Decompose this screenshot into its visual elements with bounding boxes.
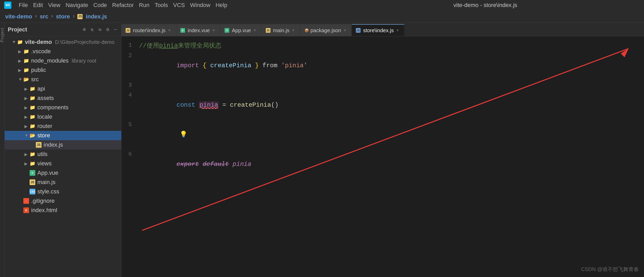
sidebar-item-utils[interactable]: ▶ 📁 utils <box>5 150 121 159</box>
vue-file-icon: V <box>30 170 35 176</box>
chevron-right-icon: ▶ <box>18 49 22 54</box>
chevron-right-icon: ▶ <box>24 124 29 129</box>
code-line-1: 1 //使用pinia来管理全局状态 <box>121 40 644 51</box>
code-line-3: 3 <box>121 80 644 90</box>
sidebar-item-main-js[interactable]: ▶ JS main.js <box>5 178 121 187</box>
tab-store-index-label: store\index.js <box>363 28 394 33</box>
menu-view[interactable]: View <box>46 1 62 10</box>
line-number: 6 <box>121 150 137 159</box>
js-file-icon: JS <box>36 142 42 148</box>
breadcrumb-file[interactable]: index.js <box>86 13 107 20</box>
tab-close-package-json[interactable]: × <box>343 28 347 33</box>
tab-router-index[interactable]: JS router\index.js × <box>121 24 176 36</box>
git-file-icon: · <box>23 198 29 204</box>
api-label: api <box>37 85 45 92</box>
sidebar-item-app-vue[interactable]: ▶ V App.vue <box>5 168 121 178</box>
code-editor[interactable]: 1 //使用pinia来管理全局状态 2 import { createPini… <box>121 36 644 277</box>
breadcrumb-project[interactable]: vite-demo <box>5 13 32 20</box>
menu-code[interactable]: Code <box>91 1 109 10</box>
tab-index-vue[interactable]: V index.vue × <box>176 24 221 36</box>
project-label: Project <box>0 28 5 42</box>
index-html-label: index.html <box>31 207 57 214</box>
vscode-label: .vscode <box>31 48 51 55</box>
tab-close-index-vue[interactable]: × <box>211 28 216 33</box>
file-js-icon: JS <box>77 14 83 19</box>
sidebar-item-api[interactable]: ▶ 📁 api <box>5 84 121 93</box>
side-panel: Project <box>0 23 5 277</box>
add-icon[interactable]: ⊕ <box>82 25 87 34</box>
tab-main-js-label: main.js <box>273 28 289 33</box>
sidebar-item-store[interactable]: ▼ 📂 store <box>5 131 121 140</box>
sidebar-item-views[interactable]: ▶ 📁 views <box>5 159 121 168</box>
tree-root[interactable]: ▼ 📁 vite-demo D:\GiteeProject\vite-demo <box>5 37 121 47</box>
folder-icon: 📁 <box>30 161 35 166</box>
sidebar-item-node-modules[interactable]: ▶ 📁 node_modules library root <box>5 56 121 65</box>
folder-icon: 📁 <box>30 86 35 92</box>
sidebar-item-components[interactable]: ▶ 📁 components <box>5 103 121 112</box>
chevron-right-icon: ▶ <box>18 68 22 73</box>
store-index-label: index.js <box>44 141 63 148</box>
tab-close-main-js[interactable]: × <box>291 28 296 33</box>
router-label: router <box>37 123 52 130</box>
menu-file[interactable]: File <box>17 1 30 10</box>
sidebar-item-store-index[interactable]: ▶ JS index.js <box>5 140 121 150</box>
hide-icon[interactable]: — <box>113 25 118 33</box>
menu-help[interactable]: Help <box>213 1 229 10</box>
chevron-right-icon: ▶ <box>24 161 29 166</box>
utils-label: utils <box>37 151 48 158</box>
menu-edit[interactable]: Edit <box>31 1 45 10</box>
tab-router-label: router\index.js <box>133 28 166 33</box>
sidebar-item-index-html[interactable]: ▶ H index.html <box>5 206 121 215</box>
menu-refactor[interactable]: Refactor <box>110 1 136 10</box>
library-root-label: library root <box>72 58 96 64</box>
sidebar-icons: ⊕ ⇅ ⇆ ⚙ — <box>82 25 118 34</box>
menu-tools[interactable]: Tools <box>153 1 170 10</box>
tab-package-json-label: package.json <box>310 28 341 33</box>
chevron-down-icon: ▼ <box>12 40 16 44</box>
sidebar-item-router[interactable]: ▶ 📁 router <box>5 121 121 131</box>
menu-window[interactable]: Window <box>188 1 212 10</box>
menu-navigate[interactable]: Navigate <box>64 1 90 10</box>
sidebar-item-src[interactable]: ▼ 📂 src <box>5 75 121 84</box>
line-number: 3 <box>121 80 137 90</box>
line-content-5: 💡 <box>137 120 644 150</box>
sidebar-item-assets[interactable]: ▶ 📁 assets <box>5 93 121 103</box>
html-file-icon: H <box>23 207 29 213</box>
expand-all-icon[interactable]: ⇆ <box>97 25 103 34</box>
sidebar-item-locale[interactable]: ▶ 📁 locale <box>5 112 121 121</box>
breadcrumb-store[interactable]: store <box>56 13 70 20</box>
folder-icon: 📂 <box>23 77 29 82</box>
settings-icon[interactable]: ⚙ <box>105 25 110 34</box>
breadcrumb-src[interactable]: src <box>40 13 48 20</box>
tab-store-index[interactable]: JS store\index.js × <box>352 24 404 36</box>
tab-close-router[interactable]: × <box>167 28 172 33</box>
components-label: components <box>37 104 69 111</box>
public-label: public <box>31 67 46 73</box>
app-vue-label: App.vue <box>37 170 58 176</box>
chevron-right-icon: ▶ <box>24 114 29 119</box>
tab-close-store-index[interactable]: × <box>395 28 400 33</box>
sidebar-item-public[interactable]: ▶ 📁 public <box>5 65 121 75</box>
tab-bar: JS router\index.js × V index.vue × V App… <box>121 23 644 36</box>
chevron-right-icon: ▶ <box>24 86 29 91</box>
tab-close-app-vue[interactable]: × <box>253 28 257 33</box>
line-content-4: const pinia = createPinia() <box>137 90 644 120</box>
css-file-icon: CSS <box>30 189 35 194</box>
menu-vcs[interactable]: VCS <box>171 1 187 10</box>
title-bar: WS File Edit View Navigate Code Refactor… <box>0 0 644 10</box>
collapse-all-icon[interactable]: ⇅ <box>90 25 95 34</box>
tab-package-json[interactable]: 📦 package.json × <box>300 24 352 36</box>
sidebar-header: Project ⊕ ⇅ ⇆ ⚙ — <box>5 23 121 36</box>
tab-main-js[interactable]: JS main.js × <box>262 24 300 36</box>
chevron-down-icon: ▼ <box>24 133 29 138</box>
sidebar-item-style-css[interactable]: ▶ CSS style.css <box>5 187 121 196</box>
store-label: store <box>37 132 50 139</box>
tab-app-vue[interactable]: V App.vue × <box>220 24 261 36</box>
code-line-2: 2 import { createPinia } from 'pinia' <box>121 51 644 80</box>
menu-bar: File Edit View Navigate Code Refactor Ru… <box>17 1 326 10</box>
folder-icon: 📁 <box>23 49 29 54</box>
sidebar-item-vscode[interactable]: ▶ 📁 .vscode <box>5 47 121 56</box>
js-tab-icon: JS <box>356 28 361 33</box>
sidebar-item-gitignore[interactable]: ▶ · .gitignore <box>5 196 121 206</box>
menu-run[interactable]: Run <box>137 1 151 10</box>
